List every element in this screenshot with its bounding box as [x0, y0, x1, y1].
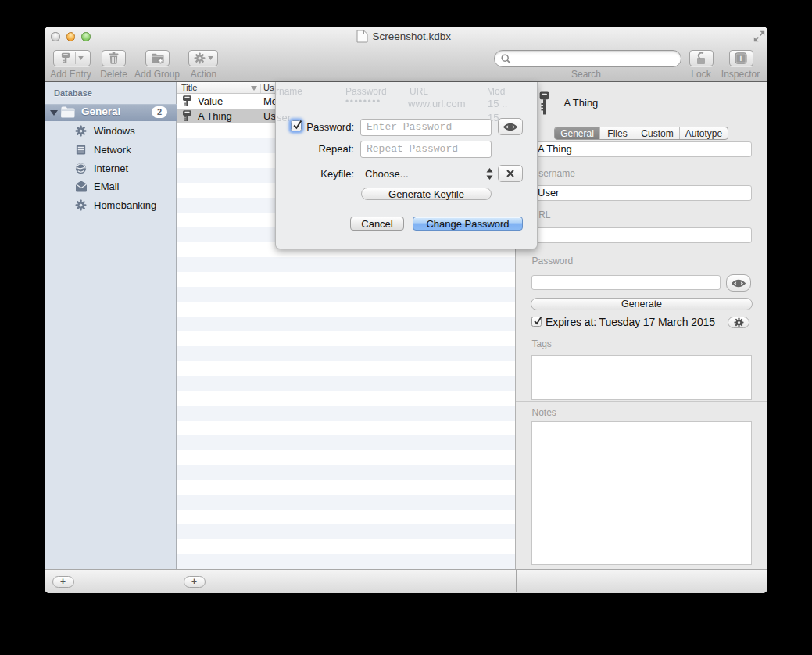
svg-text:i: i: [740, 54, 742, 63]
